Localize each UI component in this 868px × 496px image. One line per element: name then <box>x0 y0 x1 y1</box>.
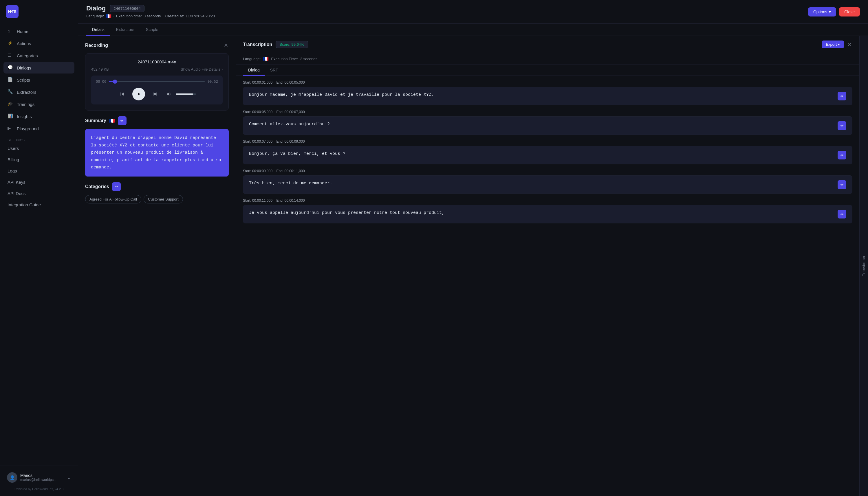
transcription-flag: 🇫🇷 <box>263 56 269 62</box>
progress-track[interactable] <box>109 81 205 82</box>
language-flag: 🇫🇷 <box>106 13 111 19</box>
close-button[interactable]: Close <box>839 7 860 16</box>
main-content: Dialog 240711000004 Language: 🇫🇷 · Execu… <box>78 0 868 496</box>
app-logo: H·TS <box>6 5 18 18</box>
chevron-down-icon: ⌄ <box>67 475 71 480</box>
sidebar-item-integration-guide[interactable]: Integration Guide <box>3 199 74 210</box>
header-right: Options ▾ Close <box>808 7 860 16</box>
user-section[interactable]: 👤 Marios marios@helloworldpc.... ⌄ <box>3 469 74 485</box>
dialog-timing: Start: 00:00:11,000 End: 00:00:14,000 <box>243 199 852 203</box>
sidebar-item-label: Users <box>7 146 19 151</box>
right-panel: Transcription Score: 99.64% Export ▾ ✕ L… <box>236 36 859 496</box>
dialogs-icon: 💬 <box>7 65 13 71</box>
category-tag-followup: Agreed For A Follow-Up Call <box>85 195 141 203</box>
sidebar-item-api-docs[interactable]: API Docs <box>3 188 74 199</box>
categories-header: Categories ✏ <box>85 182 121 191</box>
categories-icon: ☰ <box>7 53 13 59</box>
dialog-edit-button[interactable]: ✏ <box>838 180 846 189</box>
sidebar-item-home[interactable]: ⌂ Home <box>3 26 74 37</box>
sidebar-item-label: API Keys <box>7 180 26 185</box>
dialog-edit-button[interactable]: ✏ <box>838 121 846 130</box>
transcription-body: Start: 00:00:01,000 End: 00:00:05,000 Bo… <box>236 76 859 496</box>
page-header: Dialog 240711000004 Language: 🇫🇷 · Execu… <box>78 0 868 24</box>
sidebar-item-trainings[interactable]: 🎓 Trainings <box>3 98 74 110</box>
sidebar-item-extractors[interactable]: 🔧 Extractors <box>3 86 74 98</box>
summary-section-header: Summary 🇫🇷 ✏ <box>85 116 229 125</box>
categories-section-header: Categories ✏ <box>85 182 229 191</box>
dialog-edit-button[interactable]: ✏ <box>838 151 846 159</box>
transcription-tab-dialog[interactable]: Dialog <box>243 65 265 76</box>
tab-scripts[interactable]: Scripts <box>140 24 164 36</box>
dialog-text: Très bien, merci de me demander. <box>249 180 332 187</box>
sidebar-item-logs[interactable]: Logs <box>3 166 74 176</box>
dialog-bubble: Bonjour, ça va bien, merci, et vous ? ✏ <box>243 146 852 165</box>
sidebar-item-categories[interactable]: ☰ Categories <box>3 50 74 61</box>
summary-text: L'agent du centre d'appel nommé David re… <box>85 129 229 176</box>
dialog-timing: Start: 00:00:09,000 End: 00:00:11,000 <box>243 169 852 173</box>
sidebar-item-label: Trainings <box>17 102 34 107</box>
dialog-text: Bonjour madame, je m'appelle David et je… <box>249 92 434 98</box>
categories-title: Categories <box>85 184 109 189</box>
recording-section-header: Recording ✕ <box>85 42 229 49</box>
chevron-down-icon: ▾ <box>838 42 840 47</box>
sidebar-item-scripts[interactable]: 📄 Scripts <box>3 74 74 86</box>
sidebar-item-label: Actions <box>17 41 31 46</box>
export-button[interactable]: Export ▾ <box>822 41 844 48</box>
sidebar-item-users[interactable]: Users <box>3 143 74 154</box>
content-area: Recording ✕ 240711000004.m4a 452.49 KB S… <box>78 36 868 496</box>
transcription-tab-srt[interactable]: SRT <box>265 65 284 76</box>
categories-edit-button[interactable]: ✏ <box>112 182 121 191</box>
sidebar-item-insights[interactable]: 📊 Insights <box>3 110 74 122</box>
header-left: Dialog 240711000004 Language: 🇫🇷 · Execu… <box>86 5 215 19</box>
dialog-edit-button[interactable]: ✏ <box>838 210 846 218</box>
volume-button[interactable] <box>165 90 173 98</box>
recording-section: Recording ✕ 240711000004.m4a 452.49 KB S… <box>85 42 229 110</box>
actions-icon: ⚡ <box>7 41 13 46</box>
logo-area: H·TS <box>0 0 78 23</box>
chevron-right-icon: › <box>222 67 223 72</box>
transcription-header: Transcription Score: 99.64% Export ▾ ✕ <box>236 36 859 53</box>
progress-thumb <box>113 80 117 83</box>
tab-extractors[interactable]: Extractors <box>110 24 140 36</box>
sidebar-item-playground[interactable]: ▶ Playground <box>3 123 74 134</box>
show-details-link[interactable]: Show Audio File Details › <box>181 67 223 72</box>
summary-edit-button[interactable]: ✏ <box>118 116 126 125</box>
skip-back-icon <box>119 91 125 97</box>
sidebar-item-label: Dialogs <box>17 65 31 70</box>
sidebar-item-label: Insights <box>17 114 32 119</box>
category-tags: Agreed For A Follow-Up Call Customer Sup… <box>85 195 229 203</box>
volume-track[interactable] <box>176 93 196 95</box>
user-email: marios@helloworldpc.... <box>20 478 64 482</box>
volume-section <box>165 90 196 98</box>
category-tag-support: Customer Support <box>143 195 183 203</box>
recording-filename: 240711000004.m4a <box>91 59 223 64</box>
play-button[interactable] <box>132 88 145 100</box>
translation-sidebar: Translation <box>859 36 868 496</box>
sidebar-item-label: Categories <box>17 53 38 58</box>
dialog-text: Bonjour, ça va bien, merci, et vous ? <box>249 151 346 157</box>
transcription-close-button[interactable]: ✕ <box>847 41 852 48</box>
sidebar-item-label: Scripts <box>17 78 30 82</box>
sidebar-item-actions[interactable]: ⚡ Actions <box>3 37 74 49</box>
dialog-edit-button[interactable]: ✏ <box>838 92 846 100</box>
dialog-entry: Start: 00:00:05,000 End: 00:00:07,000 Co… <box>243 110 852 135</box>
audio-player: 00:00 00:52 <box>91 76 223 105</box>
tab-details[interactable]: Details <box>86 24 110 36</box>
sidebar-item-label: Integration Guide <box>7 202 41 207</box>
sidebar-item-dialogs[interactable]: 💬 Dialogs <box>3 62 74 74</box>
sidebar-item-label: Logs <box>7 168 17 173</box>
sidebar-item-billing[interactable]: Billing <box>3 154 74 165</box>
recording-close-button[interactable]: ✕ <box>223 42 229 49</box>
created-label: Created at: <box>165 14 184 18</box>
user-info: Marios marios@helloworldpc.... <box>20 473 64 482</box>
recording-card: 240711000004.m4a 452.49 KB Show Audio Fi… <box>85 53 229 110</box>
sidebar-item-label: API Docs <box>7 191 26 196</box>
options-button[interactable]: Options ▾ <box>808 7 836 16</box>
insights-icon: 📊 <box>7 113 13 119</box>
sidebar-item-api-keys[interactable]: API Keys <box>3 177 74 187</box>
score-badge: Score: 99.64% <box>276 41 308 48</box>
skip-forward-button[interactable] <box>151 90 159 98</box>
skip-back-button[interactable] <box>118 90 126 98</box>
dialog-text: Comment allez-vous aujourd'hui? <box>249 121 330 128</box>
main-tabs: Details Extractors Scripts <box>78 24 868 36</box>
